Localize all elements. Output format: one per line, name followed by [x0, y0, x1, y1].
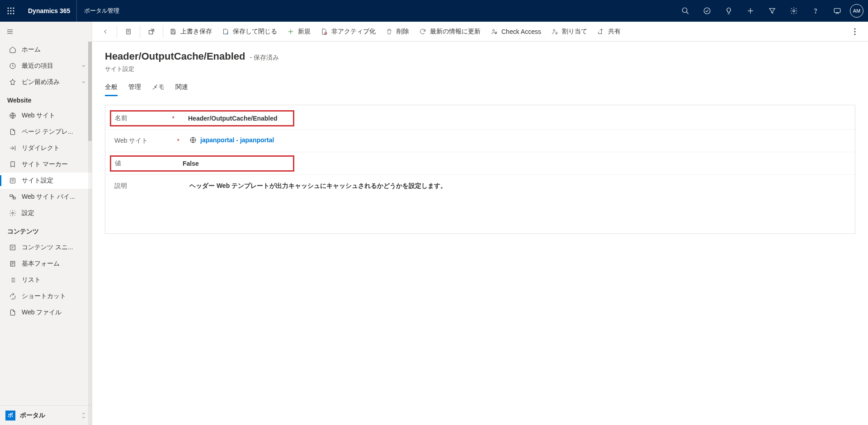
plus-icon[interactable] — [740, 0, 761, 22]
overflow-button[interactable] — [845, 22, 864, 42]
left-nav: ホーム 最近の項目 ピン留め済み Website Web サイト ページ テンプ… — [0, 22, 92, 425]
settings-list-icon — [9, 177, 16, 184]
refresh-button[interactable]: 最新の情報に更新 — [415, 22, 485, 42]
svg-point-54 — [854, 33, 856, 35]
nav-scrollbar[interactable] — [88, 42, 92, 425]
gear-icon — [9, 210, 16, 217]
nav-basic-forms[interactable]: 基本フォーム — [0, 256, 92, 272]
svg-point-51 — [553, 29, 555, 31]
globe-icon — [189, 136, 197, 144]
nav-lists[interactable]: リスト — [0, 272, 92, 288]
svg-rect-28 — [10, 245, 15, 250]
globe-icon — [9, 112, 16, 119]
field-website-label: Web サイト — [114, 137, 148, 145]
brand-label[interactable]: Dynamics 365 — [22, 0, 77, 22]
svg-rect-44 — [172, 32, 174, 34]
popout-button[interactable] — [142, 22, 161, 42]
record-header: Header/OutputCache/Enabled - 保存済み サイト設定 — [105, 51, 855, 73]
form-icon — [9, 260, 16, 267]
command-bar: 上書き保存 保存して閉じる 新規 非アクティブ化 削除 最新の情報に更新 Che… — [92, 22, 868, 42]
save-button[interactable]: 上書き保存 — [165, 22, 217, 42]
nav-shortcuts[interactable]: ショートカット — [0, 288, 92, 304]
search-icon[interactable] — [675, 0, 696, 22]
svg-point-52 — [854, 28, 856, 29]
svg-line-10 — [686, 12, 689, 14]
lightbulb-icon[interactable] — [718, 0, 740, 22]
svg-point-6 — [8, 13, 9, 14]
back-button[interactable] — [96, 22, 115, 42]
svg-point-5 — [13, 10, 14, 12]
chevron-down-icon — [81, 79, 86, 85]
nav-settings[interactable]: 設定 — [0, 205, 92, 221]
field-value-value[interactable]: False — [177, 160, 289, 167]
filter-icon[interactable] — [761, 0, 783, 22]
nav-pinned[interactable]: ピン留め済み — [0, 74, 92, 90]
nav-web-files[interactable]: Web ファイル — [0, 304, 92, 321]
required-marker: * — [172, 115, 175, 122]
field-website-row: Web サイト* japanportal - japanportal — [105, 130, 855, 152]
delete-button[interactable]: 削除 — [381, 22, 414, 42]
shortcut-icon — [9, 293, 16, 300]
assistant-icon[interactable] — [826, 0, 848, 22]
area-switcher[interactable]: ポ ポータル — [0, 405, 92, 425]
file-icon — [9, 309, 16, 316]
area-tile: ポ — [5, 411, 15, 420]
nav-site-settings[interactable]: サイト設定 — [0, 173, 92, 189]
field-name-label: 名前 — [115, 114, 127, 122]
website-lookup-link[interactable]: japanportal - japanportal — [189, 136, 274, 144]
nav-redirects[interactable]: リダイレクト — [0, 140, 92, 156]
nav-home[interactable]: ホーム — [0, 42, 92, 58]
tab-general[interactable]: 全般 — [105, 83, 118, 96]
svg-point-9 — [682, 8, 687, 13]
app-name-label[interactable]: ポータル管理 — [77, 7, 127, 15]
svg-point-11 — [704, 8, 710, 14]
field-name-value[interactable]: Header/OutputCache/Enabled — [177, 115, 289, 122]
nav-web-site-bindings[interactable]: Web サイト バイ... — [0, 189, 92, 205]
highlight-name: 名前* Header/OutputCache/Enabled — [110, 110, 294, 126]
tab-admin[interactable]: 管理 — [128, 83, 141, 96]
svg-rect-26 — [13, 197, 15, 199]
deactivate-button[interactable]: 非アクティブ化 — [316, 22, 380, 42]
tab-related[interactable]: 関連 — [175, 83, 188, 96]
clock-icon — [9, 62, 16, 70]
svg-point-1 — [10, 8, 12, 9]
svg-point-27 — [12, 212, 14, 214]
check-access-button[interactable]: Check Access — [486, 22, 546, 42]
app-launcher[interactable] — [0, 0, 22, 22]
nav-page-templates[interactable]: ページ テンプレ... — [0, 124, 92, 140]
tab-memo[interactable]: メモ — [152, 83, 165, 96]
assign-button[interactable]: 割り当て — [547, 22, 592, 42]
nav-collapse-button[interactable] — [0, 22, 92, 42]
svg-rect-22 — [10, 178, 15, 183]
binding-icon — [9, 193, 16, 201]
record-entity-label: サイト設定 — [105, 65, 855, 73]
svg-point-0 — [8, 8, 9, 9]
save-close-button[interactable]: 保存して閉じる — [217, 22, 282, 42]
help-icon[interactable] — [805, 0, 826, 22]
field-description-value[interactable]: ヘッダー Web テンプレートが出力キャッシュにキャッシュされるかどうかを設定し… — [182, 182, 846, 190]
marker-icon — [9, 161, 16, 168]
svg-point-15 — [815, 13, 816, 13]
home-icon — [9, 46, 16, 53]
pin-icon — [9, 79, 16, 86]
svg-rect-25 — [10, 195, 12, 196]
field-description-row: 説明 ヘッダー Web テンプレートが出力キャッシュにキャッシュされるかどうかを… — [105, 175, 855, 197]
share-button[interactable]: 共有 — [593, 22, 625, 42]
nav-recent[interactable]: 最近の項目 — [0, 58, 92, 74]
svg-point-2 — [13, 8, 14, 9]
svg-point-8 — [13, 13, 14, 14]
task-icon[interactable] — [696, 0, 718, 22]
open-record-set-button[interactable] — [119, 22, 138, 42]
nav-web-sites[interactable]: Web サイト — [0, 107, 92, 124]
avatar[interactable]: AM — [850, 4, 863, 18]
chevron-down-icon — [81, 63, 86, 69]
nav-content-snippets[interactable]: コンテンツ スニ... — [0, 239, 92, 256]
suite-bar: Dynamics 365 ポータル管理 AM — [0, 0, 868, 22]
svg-point-53 — [854, 31, 856, 32]
nav-site-markers[interactable]: サイト マーカー — [0, 156, 92, 173]
new-button[interactable]: 新規 — [283, 22, 315, 42]
nav-group-contents: コンテンツ — [0, 221, 92, 239]
svg-point-7 — [10, 13, 12, 14]
highlight-value: 値 False — [110, 155, 294, 172]
gear-icon[interactable] — [783, 0, 805, 22]
